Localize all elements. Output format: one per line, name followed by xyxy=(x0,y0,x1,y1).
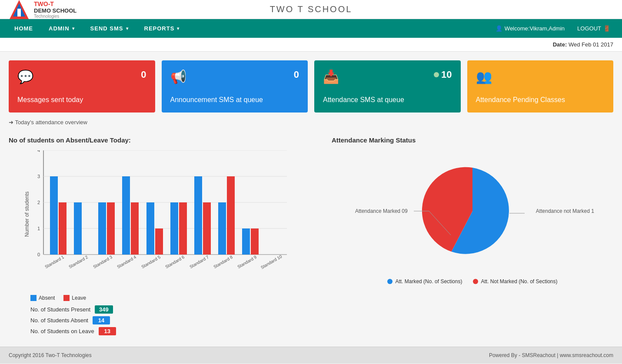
stat-absent-label: No. of Students Absent xyxy=(30,317,88,324)
svg-rect-24 xyxy=(170,202,178,255)
logout-icon: 🚪 xyxy=(603,25,610,32)
svg-rect-20 xyxy=(122,176,130,255)
svg-text:Standard 1: Standard 1 xyxy=(44,255,65,269)
svg-text:Standard 9: Standard 9 xyxy=(236,255,257,269)
attendance-overview-link[interactable]: ➜ Today's attendance overview xyxy=(9,119,87,126)
svg-text:Standard 6: Standard 6 xyxy=(164,255,185,269)
date-bar: Date: Wed Feb 01 2017 xyxy=(0,38,622,52)
nav-reports[interactable]: REPORTS ▾ xyxy=(136,19,188,38)
arrow-icon: ➜ xyxy=(9,119,13,126)
legend-leave-label: Leave xyxy=(72,295,86,301)
card-messages-sent[interactable]: 💬 0 Messages sent today xyxy=(9,60,155,113)
footer: Copyright 2016 Two-T Technologies Powere… xyxy=(0,347,622,364)
reports-dropdown-icon: ▾ xyxy=(177,26,180,31)
svg-text:Standard 10: Standard 10 xyxy=(260,254,283,270)
pie-dot-marked xyxy=(387,279,392,284)
svg-text:2: 2 xyxy=(37,200,40,205)
y-axis-label: Number of students xyxy=(24,191,30,237)
legend-leave-box xyxy=(63,295,70,301)
welcome-user: 👤 Welcome:Vikram,Admin xyxy=(490,19,570,38)
logo-area: TWO-T DEMO SCHOOL Technologies xyxy=(9,0,77,20)
svg-rect-30 xyxy=(242,228,250,255)
svg-rect-23 xyxy=(155,228,163,255)
sendsms-dropdown-icon: ▾ xyxy=(126,26,129,31)
pie-container: Attendance Marked 09 Attendance not Mark… xyxy=(332,157,613,265)
stat-absent: No. of Students Absent 14 xyxy=(30,316,319,324)
stat-leave-value: 13 xyxy=(99,327,116,335)
attendance-sms-label: Attendance SMS at queue xyxy=(323,96,452,104)
svg-text:1: 1 xyxy=(37,226,40,231)
svg-rect-15 xyxy=(50,176,58,255)
svg-rect-19 xyxy=(107,202,115,255)
pie-label-left: Attendance Marked 09 xyxy=(355,208,408,214)
svg-text:Standard 4: Standard 4 xyxy=(116,255,137,269)
school-title: TWO T SCHOOL xyxy=(270,4,353,14)
stats-area: No. of Students Present 349 No. of Stude… xyxy=(30,305,319,335)
legend-absent-label: Absent xyxy=(39,295,55,301)
attendance-pending-icon: 👥 xyxy=(476,69,605,84)
pie-chart-section: Attendance Marking Status Attendance Mar… xyxy=(332,136,613,338)
svg-rect-28 xyxy=(218,202,226,255)
attendance-dot xyxy=(434,72,439,77)
nav-send-sms[interactable]: SEND SMS ▾ xyxy=(83,19,136,38)
card-attendance-sms[interactable]: 📥 10 Attendance SMS at queue xyxy=(314,60,461,113)
legend-absent-box xyxy=(30,295,37,301)
nav-right: 👤 Welcome:Vikram,Admin LOGOUT 🚪 xyxy=(490,19,615,38)
legend-absent: Absent xyxy=(30,295,55,301)
svg-rect-16 xyxy=(59,202,67,255)
announcement-icon: 📢 xyxy=(170,69,186,84)
svg-rect-2 xyxy=(17,9,21,17)
announcement-count: 0 xyxy=(294,69,299,80)
attendance-sms-icon: 📥 xyxy=(323,69,339,84)
card-announcement-sms[interactable]: 📢 0 Announcement SMS at queue xyxy=(162,60,308,113)
top-header: TWO-T DEMO SCHOOL Technologies TWO T SCH… xyxy=(0,0,622,19)
pie-chart-title: Attendance Marking Status xyxy=(332,136,613,144)
logo-icon xyxy=(9,0,30,20)
attendance-sms-count: 10 xyxy=(441,69,452,80)
svg-rect-17 xyxy=(74,202,82,255)
stat-leave: No. of Students on Leave 13 xyxy=(30,327,319,335)
stat-leave-label: No. of Students on Leave xyxy=(30,328,94,334)
stat-present-value: 349 xyxy=(95,305,113,314)
svg-text:0: 0 xyxy=(37,252,40,257)
legend-leave: Leave xyxy=(63,295,86,301)
logo-text: TWO-T DEMO SCHOOL Technologies xyxy=(34,0,77,19)
bar-chart-section: No of students on Absent/Leave Today: Nu… xyxy=(9,136,319,338)
svg-rect-29 xyxy=(227,176,235,255)
main-content: No of students on Absent/Leave Today: Nu… xyxy=(0,132,622,347)
svg-rect-25 xyxy=(179,202,187,255)
nav-admin[interactable]: ADMIN ▾ xyxy=(41,19,83,38)
attendance-sms-count-row: 10 xyxy=(434,69,452,80)
svg-text:Standard 8: Standard 8 xyxy=(213,255,233,269)
svg-text:4: 4 xyxy=(37,150,40,153)
attendance-overview: ➜ Today's attendance overview xyxy=(0,117,622,132)
nav-home[interactable]: HOME xyxy=(7,19,41,38)
bar-legend: Absent Leave xyxy=(30,295,319,301)
card-attendance-pending[interactable]: 👥 Attendance Pending Classes xyxy=(467,60,614,113)
svg-rect-26 xyxy=(194,176,202,255)
footer-right: Powered By - SMSReachout | www.smsreacho… xyxy=(489,352,613,358)
pie-legend-not-marked: Att. Not Marked (No. of Sections) xyxy=(473,278,557,285)
messages-label: Messages sent today xyxy=(17,96,146,104)
messages-icon: 💬 xyxy=(17,69,33,84)
pie-label-right: Attendance not Marked 1 xyxy=(536,208,594,214)
bar-chart-title: No of students on Absent/Leave Today: xyxy=(9,136,319,144)
bar-chart-svg: 0 1 2 3 4 xyxy=(30,150,291,276)
pie-dot-not-marked xyxy=(473,279,478,284)
svg-text:Standard 3: Standard 3 xyxy=(92,255,113,269)
svg-text:Standard 5: Standard 5 xyxy=(140,255,161,269)
svg-text:Standard 7: Standard 7 xyxy=(189,255,210,269)
svg-text:Standard 2: Standard 2 xyxy=(68,255,89,269)
footer-left: Copyright 2016 Two-T Technologies xyxy=(9,352,92,358)
cards-row: 💬 0 Messages sent today 📢 0 Announcement… xyxy=(0,52,622,117)
stat-present: No. of Students Present 349 xyxy=(30,305,319,314)
logout-button[interactable]: LOGOUT 🚪 xyxy=(572,19,615,38)
pie-legend-not-marked-label: Att. Not Marked (No. of Sections) xyxy=(481,278,557,285)
svg-rect-21 xyxy=(131,202,139,255)
announcement-label: Announcement SMS at queue xyxy=(170,96,299,104)
pie-chart-svg xyxy=(412,157,533,265)
svg-rect-27 xyxy=(203,202,211,255)
pie-legend-marked-label: Att. Marked (No. of Sections) xyxy=(395,278,462,285)
svg-text:3: 3 xyxy=(37,174,40,179)
nav-left: HOME ADMIN ▾ SEND SMS ▾ REPORTS ▾ xyxy=(7,19,187,38)
